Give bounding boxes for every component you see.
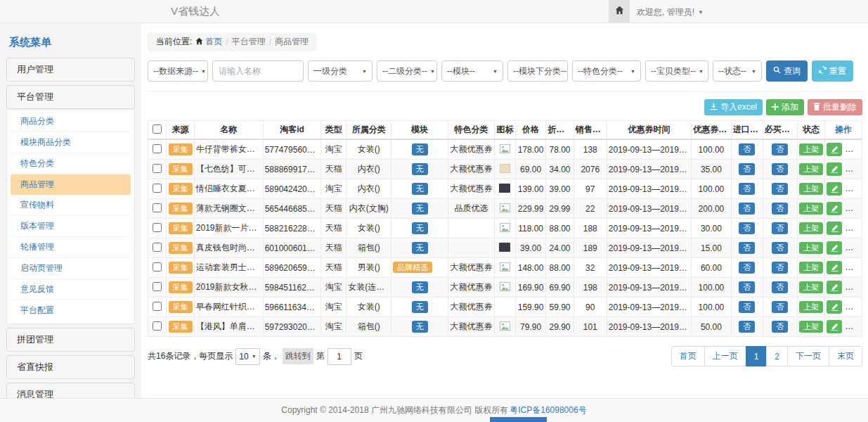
sidebar-item-1-7[interactable]: 启动页管理 <box>11 258 131 279</box>
discount-price: 29.99 <box>546 199 574 219</box>
filter-module[interactable]: --模块--▼ <box>441 60 503 82</box>
page-button-首页[interactable]: 首页 <box>671 346 705 366</box>
ops-cell <box>825 298 862 317</box>
icp-link[interactable]: 粤ICP备16098006号 <box>510 404 586 416</box>
column-header: 操作 <box>825 121 862 140</box>
module-cell: 无 <box>391 278 448 298</box>
sidebar-item-1-5[interactable]: 版本管理 <box>11 216 131 237</box>
shop-type: 天猫 <box>321 160 346 179</box>
discount-price: 34.00 <box>546 160 574 179</box>
sidebar-group-2[interactable]: 拼团管理 <box>6 328 135 352</box>
filter-name-input[interactable] <box>212 60 304 82</box>
filter-module-sub[interactable]: --模块下分类--▼ <box>507 60 568 82</box>
row-checkbox[interactable] <box>153 302 162 311</box>
sidebar-item-1-2[interactable]: 特色分类 <box>11 153 131 174</box>
per-page-select[interactable]: 10 ▼ <box>235 348 259 365</box>
status-badge: 上架 <box>799 222 823 234</box>
edit-button[interactable] <box>827 241 842 255</box>
row-checkbox[interactable] <box>153 282 162 291</box>
page-button-上一页[interactable]: 上一页 <box>704 346 746 366</box>
row-checkbox[interactable] <box>153 243 162 252</box>
filter-level2-category[interactable]: --二级分类--▼ <box>377 60 437 82</box>
imported-badge: 否 <box>739 301 755 312</box>
must-buy-badge: 否 <box>772 301 788 312</box>
edit-button[interactable] <box>827 300 842 314</box>
caret-down-icon: ▼ <box>201 69 206 74</box>
row-checkbox[interactable] <box>153 223 162 232</box>
bulk-delete-button[interactable]: 批量删除 <box>808 99 862 115</box>
ops-cell <box>825 139 862 160</box>
sidebar-group-3[interactable]: 省直快报 <box>6 355 135 379</box>
edit-button[interactable] <box>827 143 842 156</box>
edit-button[interactable] <box>827 222 842 235</box>
imported-badge: 否 <box>739 143 755 155</box>
filter-data-source[interactable]: --数据来源--▼ <box>148 60 208 82</box>
feature-category: 大额优惠券 <box>448 298 495 317</box>
module-badge: 无 <box>412 242 428 253</box>
filter-feature-category[interactable]: --特色分类--▼ <box>572 60 641 82</box>
row-checkbox[interactable] <box>153 262 162 271</box>
table-row: 采集早春网红针织外套女春...596611634525淘宝女装()无大额优惠券1… <box>148 298 862 317</box>
product-name: 2019新款一片式系... <box>194 219 263 238</box>
price: 69.00 <box>515 160 545 179</box>
breadcrumb-home-link[interactable]: 首页 <box>195 36 222 48</box>
filter-status[interactable]: --状态--▼ <box>713 60 762 82</box>
edit-button[interactable] <box>827 281 842 294</box>
edit-button[interactable] <box>827 261 842 274</box>
row-checkbox[interactable] <box>153 203 162 212</box>
category: 箱包() <box>346 317 391 337</box>
edit-button[interactable] <box>827 182 842 196</box>
row-checkbox[interactable] <box>153 321 162 331</box>
price: 159.90 <box>515 298 545 317</box>
import-excel-button[interactable]: 导入excel <box>704 99 763 115</box>
imported-badge: 否 <box>739 222 755 234</box>
taoke-id: 596611634525 <box>263 298 321 317</box>
caret-down-icon: ▼ <box>362 69 367 74</box>
row-checkbox[interactable] <box>153 164 162 173</box>
table-row: 采集【港风】单肩斜跨链条...597293020870淘宝箱包()无大额优惠券7… <box>148 317 862 337</box>
bottom-blue-bar <box>490 417 547 422</box>
edit-button[interactable] <box>827 202 842 215</box>
per-page-suffix: 条， <box>263 350 280 362</box>
page-number-input[interactable] <box>328 348 351 365</box>
sidebar-group-0[interactable]: 用户管理 <box>6 58 135 82</box>
row-checkbox[interactable] <box>153 144 162 153</box>
must-buy-badge: 否 <box>772 321 788 332</box>
product-table: 来源名称淘客id类型所属分类模块特色分类图标价格折后价销售数量优惠券时间优惠券金… <box>148 120 862 337</box>
sidebar-group-1[interactable]: 平台管理 <box>6 85 135 109</box>
category: 内衣(文胸) <box>346 199 391 219</box>
filter-item-type[interactable]: --宝贝类型--▼ <box>645 60 708 82</box>
source-badge: 采集 <box>169 262 193 273</box>
copyright-text: Copyright © 2014-2018 广州九驰网络科技有限公司 版权所有 <box>281 404 508 416</box>
home-button[interactable] <box>609 0 630 23</box>
must-buy-badge: 否 <box>772 183 788 194</box>
sidebar-item-1-0[interactable]: 商品分类 <box>11 111 131 132</box>
page-prefix: 第 <box>316 350 325 362</box>
row-checkbox[interactable] <box>153 184 162 193</box>
page-button-末页[interactable]: 末页 <box>829 346 862 366</box>
edit-button[interactable] <box>827 162 842 176</box>
page-button-下一页[interactable]: 下一页 <box>787 346 829 366</box>
select-all-checkbox[interactable] <box>153 124 162 134</box>
source-badge: 采集 <box>169 222 193 234</box>
sidebar-item-1-8[interactable]: 意见反馈 <box>11 279 131 300</box>
filter-level1-category[interactable]: 一级分类▼ <box>308 60 373 82</box>
user-dropdown[interactable]: 欢迎您, 管理员! ▼ <box>637 6 704 18</box>
column-header: 图标 <box>494 121 515 140</box>
page-button-1[interactable]: 1 <box>746 346 767 366</box>
sales-count: 22 <box>574 199 607 219</box>
search-button[interactable]: 查询 <box>766 60 808 82</box>
sidebar-item-1-1[interactable]: 模块商品分类 <box>11 132 131 153</box>
source-badge: 采集 <box>169 163 193 174</box>
must-buy-badge: 否 <box>772 281 788 293</box>
add-button[interactable]: 添加 <box>766 99 804 115</box>
sidebar-item-1-9[interactable]: 平台配置 <box>11 300 131 321</box>
edit-button[interactable] <box>827 320 842 333</box>
reset-button[interactable]: 重置 <box>812 60 853 82</box>
sidebar-item-1-4[interactable]: 宣传物料 <box>11 195 131 216</box>
footer: Copyright © 2014-2018 广州九驰网络科技有限公司 版权所有 … <box>0 398 868 422</box>
sidebar-item-1-3[interactable]: 商品管理 <box>11 174 131 195</box>
page-button-2[interactable]: 2 <box>766 346 788 366</box>
import-icon <box>710 103 718 113</box>
sidebar-item-1-6[interactable]: 轮播管理 <box>11 237 131 258</box>
